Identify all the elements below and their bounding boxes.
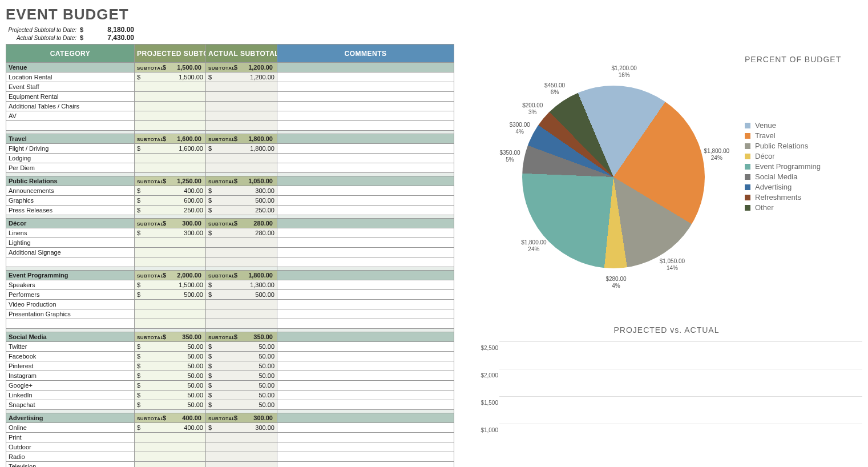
item-comment[interactable] — [277, 319, 454, 329]
item-name[interactable]: AV — [6, 111, 135, 121]
item-projected[interactable] — [135, 452, 206, 462]
item-row[interactable]: Google+$50.00$50.00 — [6, 381, 454, 390]
item-row[interactable]: Flight / Driving$1,600.00$1,800.00 — [6, 144, 454, 154]
item-name[interactable]: Television — [6, 462, 135, 468]
item-comment[interactable] — [277, 92, 454, 102]
item-projected[interactable]: $600.00 — [135, 196, 206, 206]
item-projected[interactable]: $50.00 — [135, 381, 206, 390]
item-name[interactable]: Instagram — [6, 371, 135, 381]
item-projected[interactable] — [135, 111, 206, 121]
item-comment[interactable] — [277, 186, 454, 196]
item-name[interactable]: Event Staff — [6, 82, 135, 92]
item-row[interactable]: Location Rental$1,500.00$1,200.00 — [6, 73, 454, 82]
item-name[interactable]: Equipment Rental — [6, 92, 135, 102]
section-row[interactable]: Social MediaSUBTOTAL$350.00SUBTOTAL$350.… — [6, 332, 454, 342]
item-name[interactable]: Presentation Graphics — [6, 309, 135, 319]
item-row[interactable]: Video Production — [6, 300, 454, 309]
item-actual[interactable]: $1,200.00 — [206, 73, 277, 82]
item-row[interactable]: Additional Signage — [6, 248, 454, 257]
item-actual[interactable]: $1,800.00 — [206, 144, 277, 154]
item-name[interactable]: Performers — [6, 290, 135, 300]
item-name[interactable]: Additional Signage — [6, 248, 135, 257]
item-row[interactable]: AV — [6, 111, 454, 121]
item-name[interactable]: Lodging — [6, 154, 135, 163]
item-comment[interactable] — [277, 248, 454, 257]
item-name[interactable] — [6, 121, 135, 131]
item-actual[interactable] — [206, 442, 277, 452]
item-row[interactable]: Radio — [6, 452, 454, 462]
item-row[interactable]: Outdoor — [6, 442, 454, 452]
item-comment[interactable] — [277, 309, 454, 319]
item-name[interactable]: Graphics — [6, 196, 135, 206]
item-row[interactable] — [6, 257, 454, 267]
item-actual[interactable] — [206, 154, 277, 163]
item-actual[interactable]: $300.00 — [206, 186, 277, 196]
item-comment[interactable] — [277, 352, 454, 361]
item-actual[interactable]: $50.00 — [206, 352, 277, 361]
item-row[interactable]: Announcements$400.00$300.00 — [6, 186, 454, 196]
item-comment[interactable] — [277, 257, 454, 267]
item-projected[interactable] — [135, 257, 206, 267]
item-row[interactable]: Instagram$50.00$50.00 — [6, 371, 454, 381]
item-projected[interactable] — [135, 248, 206, 257]
item-name[interactable] — [6, 257, 135, 267]
item-comment[interactable] — [277, 111, 454, 121]
item-actual[interactable] — [206, 111, 277, 121]
item-name[interactable]: Flight / Driving — [6, 144, 135, 154]
item-name[interactable]: Announcements — [6, 186, 135, 196]
item-row[interactable]: Graphics$600.00$500.00 — [6, 196, 454, 206]
item-comment[interactable] — [277, 400, 454, 410]
item-comment[interactable] — [277, 154, 454, 163]
item-comment[interactable] — [277, 390, 454, 400]
item-comment[interactable] — [277, 423, 454, 433]
item-comment[interactable] — [277, 102, 454, 111]
item-row[interactable]: Snapchat$50.00$50.00 — [6, 400, 454, 410]
item-name[interactable]: Radio — [6, 452, 135, 462]
item-projected[interactable]: $300.00 — [135, 228, 206, 238]
item-actual[interactable] — [206, 92, 277, 102]
item-name[interactable]: Speakers — [6, 280, 135, 290]
item-actual[interactable]: $500.00 — [206, 290, 277, 300]
item-comment[interactable] — [277, 361, 454, 371]
item-projected[interactable] — [135, 102, 206, 111]
item-actual[interactable] — [206, 452, 277, 462]
section-row[interactable]: AdvertisingSUBTOTAL$400.00SUBTOTAL$300.0… — [6, 413, 454, 423]
item-row[interactable]: Press Releases$250.00$250.00 — [6, 206, 454, 215]
item-name[interactable]: Additional Tables / Chairs — [6, 102, 135, 111]
item-row[interactable]: Twitter$50.00$50.00 — [6, 342, 454, 352]
item-name[interactable]: Pinterest — [6, 361, 135, 371]
item-comment[interactable] — [277, 433, 454, 442]
item-name[interactable]: Outdoor — [6, 442, 135, 452]
item-actual[interactable] — [206, 121, 277, 131]
item-actual[interactable]: $300.00 — [206, 423, 277, 433]
item-projected[interactable]: $400.00 — [135, 423, 206, 433]
item-comment[interactable] — [277, 238, 454, 248]
item-projected[interactable] — [135, 433, 206, 442]
item-actual[interactable] — [206, 163, 277, 173]
item-projected[interactable]: $50.00 — [135, 400, 206, 410]
section-row[interactable]: Public RelationsSUBTOTAL$1,250.00SUBTOTA… — [6, 176, 454, 186]
item-name[interactable]: Location Rental — [6, 73, 135, 82]
item-comment[interactable] — [277, 163, 454, 173]
section-row[interactable]: Event ProgrammingSUBTOTAL$2,000.00SUBTOT… — [6, 271, 454, 280]
section-row[interactable]: VenueSUBTOTAL$1,500.00SUBTOTAL$1,200.00 — [6, 63, 454, 73]
item-projected[interactable] — [135, 300, 206, 309]
item-row[interactable]: Speakers$1,500.00$1,300.00 — [6, 280, 454, 290]
item-projected[interactable] — [135, 442, 206, 452]
item-name[interactable]: Per Diem — [6, 163, 135, 173]
item-row[interactable]: Lodging — [6, 154, 454, 163]
item-projected[interactable] — [135, 309, 206, 319]
item-actual[interactable] — [206, 102, 277, 111]
item-projected[interactable] — [135, 154, 206, 163]
item-row[interactable]: Equipment Rental — [6, 92, 454, 102]
item-actual[interactable]: $280.00 — [206, 228, 277, 238]
item-name[interactable]: Video Production — [6, 300, 135, 309]
item-row[interactable]: Linens$300.00$280.00 — [6, 228, 454, 238]
item-name[interactable]: Twitter — [6, 342, 135, 352]
item-actual[interactable] — [206, 300, 277, 309]
item-actual[interactable] — [206, 433, 277, 442]
item-row[interactable]: LinkedIn$50.00$50.00 — [6, 390, 454, 400]
item-comment[interactable] — [277, 381, 454, 390]
item-name[interactable]: Print — [6, 433, 135, 442]
item-row[interactable]: Television — [6, 462, 454, 468]
